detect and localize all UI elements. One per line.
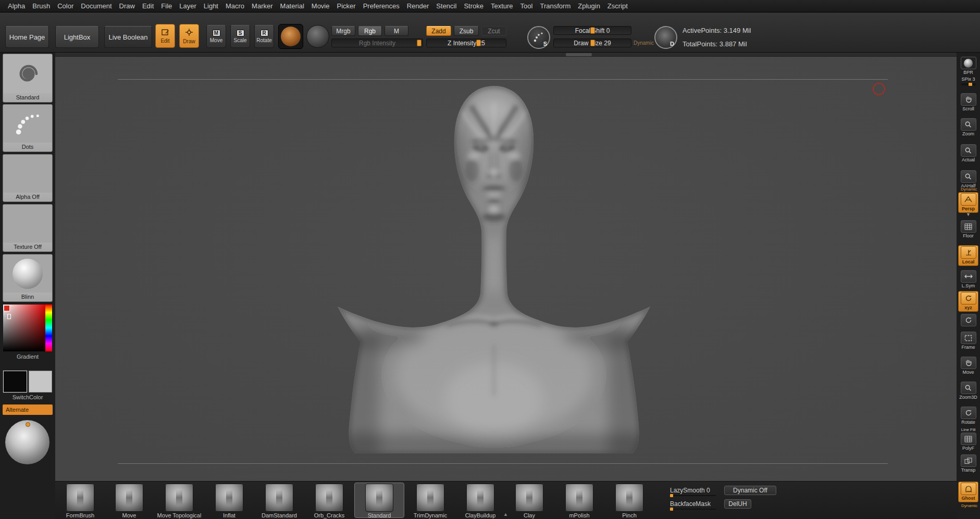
alternate-button[interactable]: Alternate (3, 404, 53, 415)
rgb-button[interactable]: Rgb (358, 26, 382, 36)
tray-brush-inflat[interactable]: Inflat (208, 484, 250, 518)
canvas-shelf-divider[interactable] (55, 53, 957, 57)
current-brush-thumbnail[interactable]: Standard (3, 54, 53, 103)
divider-handle[interactable] (566, 53, 592, 56)
menu-stencil[interactable]: Stencil (432, 1, 460, 11)
draw-mode-button[interactable]: Draw (179, 24, 199, 48)
current-texture-thumbnail[interactable]: Texture Off (3, 204, 53, 252)
menu-document[interactable]: Document (77, 1, 115, 11)
menu-render[interactable]: Render (403, 1, 433, 11)
bpr-button[interactable]: BPR (958, 57, 978, 75)
primary-color-swatch[interactable] (3, 371, 27, 393)
menu-light[interactable]: Light (200, 1, 222, 11)
zcut-button[interactable]: Zcut (481, 26, 506, 36)
tray-brush-damstandard[interactable]: DamStandard (258, 484, 300, 518)
sculpt-canvas[interactable] (55, 53, 957, 481)
menu-file[interactable]: File (157, 1, 176, 11)
menu-macro[interactable]: Macro (222, 1, 248, 11)
menu-picker[interactable]: Picker (333, 1, 359, 11)
color-preview-sphere[interactable] (5, 420, 49, 464)
xyz-button[interactable]: xyz (958, 291, 978, 312)
rotation-reset-button[interactable] (958, 314, 978, 326)
menu-transform[interactable]: Transform (536, 1, 574, 11)
m-button[interactable]: M (384, 26, 408, 36)
zadd-button[interactable]: Zadd (426, 26, 451, 36)
color-gradient-picker[interactable] (3, 305, 52, 351)
deluh-button[interactable]: DelUH (724, 499, 751, 509)
current-stroke-thumbnail[interactable]: Dots (3, 104, 53, 152)
tray-brush-move[interactable]: Move (108, 484, 150, 518)
persp-button[interactable]: Persp (958, 192, 978, 213)
switch-color-swatches[interactable] (3, 371, 52, 393)
menu-movie[interactable]: Movie (308, 1, 333, 11)
menu-stroke[interactable]: Stroke (460, 1, 487, 11)
tray-brush-claybuildup[interactable]: ClayBuildup (460, 484, 501, 518)
menu-zscript[interactable]: Zscript (604, 1, 631, 11)
tray-brush-trimdynamic[interactable]: TrimDynamic (410, 484, 451, 518)
rotate-3d-button[interactable]: Rotate (958, 407, 978, 425)
spix-slider[interactable]: SPix 3 (958, 77, 978, 85)
tray-brush-orb-cracks[interactable]: Orb_Cracks (308, 484, 350, 518)
dynamic-persp-label[interactable]: Dynamic (961, 187, 977, 192)
edit-mode-button[interactable]: Edit (155, 24, 175, 48)
rotate-mode-button[interactable]: R Rotate (254, 25, 274, 48)
live-boolean-button[interactable]: Live Boolean (104, 26, 152, 48)
menu-edit[interactable]: Edit (139, 1, 157, 11)
tray-brush-move-topological[interactable]: Move Topological (158, 484, 200, 518)
frame-button[interactable]: Frame (958, 332, 978, 350)
menu-material[interactable]: Material (277, 1, 308, 11)
shelf-collapse-arrow[interactable]: ▼ (958, 212, 978, 217)
move-3d-button[interactable]: Move (958, 357, 978, 375)
tray-brush-clay[interactable]: Clay (508, 484, 550, 518)
lazysmooth-slider[interactable]: LazySmooth 0 (670, 487, 710, 494)
menu-preferences[interactable]: Preferences (359, 1, 403, 11)
menu-marker[interactable]: Marker (248, 1, 276, 11)
local-button[interactable]: Local (958, 245, 978, 266)
menu-alpha[interactable]: Alpha (4, 1, 29, 11)
z-intensity-slider[interactable]: Z Intensity 25 (426, 39, 506, 47)
backfacemask-toggle[interactable]: BackfaceMask (670, 500, 711, 508)
current-alpha-thumbnail[interactable]: Alpha Off (3, 154, 53, 202)
draw-size-slider[interactable]: Draw Size 29 (553, 39, 631, 47)
rgb-intensity-slider[interactable]: Rgb Intensity (331, 39, 423, 47)
actual-size-button[interactable]: Actual (958, 144, 978, 162)
tray-brush-formbrush[interactable]: FormBrush (59, 484, 101, 518)
tray-collapse-arrow[interactable]: ▲ (503, 512, 508, 517)
focal-shift-slider[interactable]: Focal Shift 0 (553, 26, 631, 35)
transp-button[interactable]: Transp (958, 454, 978, 473)
depth-alpha-icon[interactable]: D (654, 26, 677, 49)
home-page-button[interactable]: Home Page (5, 26, 49, 48)
scroll-button[interactable]: Scroll (958, 93, 978, 111)
menu-draw[interactable]: Draw (116, 1, 139, 11)
current-brush-preview[interactable] (278, 24, 303, 49)
hue-strip[interactable] (45, 305, 52, 351)
zoom-button[interactable]: Zoom (958, 118, 978, 136)
floor-button[interactable]: Floor (958, 220, 978, 238)
tray-brush-mpolish[interactable]: mPolish (559, 484, 600, 518)
zoom3d-button[interactable]: Zoom3D (958, 382, 978, 400)
menu-color[interactable]: Color (54, 1, 77, 11)
menu-tool[interactable]: Tool (517, 1, 537, 11)
ghost-button[interactable]: Ghost (958, 482, 978, 502)
scale-mode-button[interactable]: S Scale (230, 25, 250, 48)
menu-layer[interactable]: Layer (176, 1, 200, 11)
stroke-type-icon[interactable]: S (527, 26, 550, 49)
lsym-button[interactable]: L.Sym (958, 270, 978, 288)
aahalf-button[interactable]: AAHalf (958, 170, 978, 188)
menu-brush[interactable]: Brush (29, 1, 54, 11)
menu-texture[interactable]: Texture (487, 1, 517, 11)
mrgb-button[interactable]: Mrgb (331, 26, 355, 36)
lightbox-button[interactable]: LightBox (55, 26, 99, 48)
light-placement-dot[interactable] (26, 422, 30, 427)
dynamic-off-button[interactable]: Dynamic Off (724, 486, 776, 495)
tray-brush-pinch[interactable]: Pinch (609, 484, 650, 518)
secondary-color-swatch[interactable] (29, 371, 53, 393)
menu-zplugin[interactable]: Zplugin (574, 1, 604, 11)
current-material-sphere[interactable] (306, 25, 329, 48)
current-material-thumbnail[interactable]: Blinn (3, 254, 53, 302)
polyframe-button[interactable]: Line Fill PolyF (958, 427, 978, 451)
move-mode-button[interactable]: M Move (206, 25, 226, 48)
tray-brush-standard-selected[interactable]: Standard (358, 484, 400, 518)
saturation-value-square[interactable] (3, 305, 45, 351)
zsub-button[interactable]: Zsub (454, 26, 479, 36)
